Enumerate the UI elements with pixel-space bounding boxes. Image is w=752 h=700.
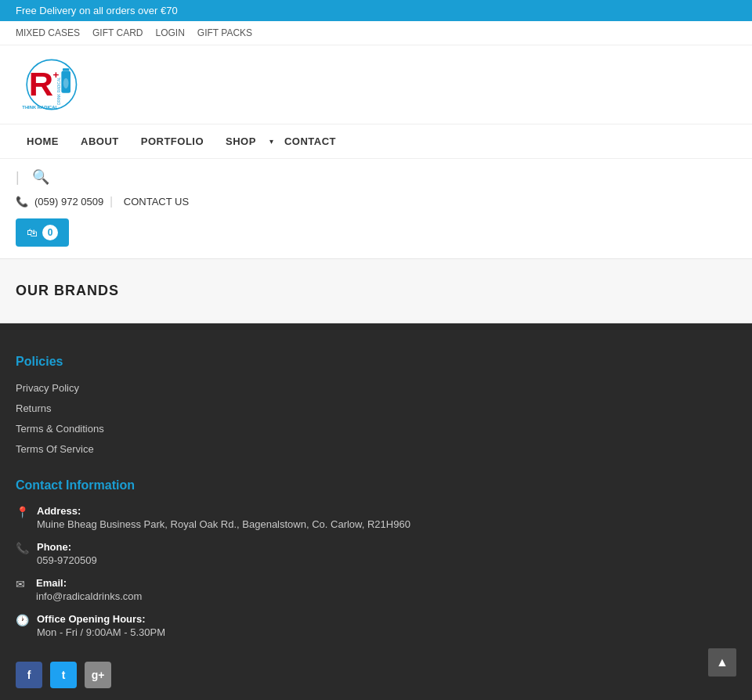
search-icon: 🔍 [32, 169, 49, 185]
policies-list: Privacy Policy Returns Terms & Condition… [16, 381, 736, 455]
utility-login[interactable]: LOGIN [155, 27, 184, 38]
svg-text:THINK RADICAL: THINK RADICAL [22, 105, 58, 110]
contact-address-block: Address: Muine Bheag Business Park, Roya… [37, 505, 410, 530]
contact-phone-block: Phone: 059-9720509 [37, 541, 97, 566]
policy-returns[interactable]: Returns [16, 402, 52, 414]
contact-hours-item: 🕐 Office Opening Hours: Mon - Fri / 9:00… [16, 613, 736, 638]
top-bar: Free Delivery on all orders over €70 [0, 0, 752, 21]
main-nav: HOME ABOUT PORTFOLIO SHOP ▾ CONTACT [0, 124, 752, 158]
footer-contact: Contact Information 📍 Address: Muine Bhe… [16, 478, 736, 638]
cart-icon: 🛍 [27, 226, 38, 239]
header: R + THINK RADICAL DRINK RADICAL [0, 45, 752, 124]
nav-portfolio[interactable]: PORTFOLIO [130, 124, 215, 158]
contact-address-item: 📍 Address: Muine Bheag Business Park, Ro… [16, 505, 736, 530]
contact-info-heading: Contact Information [16, 478, 736, 493]
contact-us-link[interactable]: CONTACT US [124, 196, 189, 207]
svg-point-5 [63, 78, 69, 88]
utility-gift-packs[interactable]: GIFT PACKS [197, 27, 252, 38]
phone-value: 059-9720509 [37, 554, 97, 566]
phone-icon: 📞 [16, 196, 28, 207]
email-icon: ✉ [16, 578, 28, 590]
footer-policies: Policies Privacy Policy Returns Terms & … [16, 355, 736, 455]
hours-value: Mon - Fri / 9:00AM - 5.30PM [37, 626, 165, 638]
cart-button[interactable]: 🛍 0 [16, 218, 69, 247]
email-value: info@radicaldrinks.com [36, 590, 142, 602]
search-button[interactable]: 🔍 [27, 167, 54, 187]
nav-contact[interactable]: CONTACT [273, 124, 347, 158]
hours-label: Office Opening Hours: [37, 613, 165, 625]
googleplus-button[interactable]: g+ [85, 662, 111, 688]
contact-bar: 📞 (059) 972 0509 | CONTACT US [0, 195, 752, 212]
logo[interactable]: R + THINK RADICAL DRINK RADICAL [16, 53, 94, 116]
utility-gift-card[interactable]: GIFT CARD [92, 27, 143, 38]
our-brands-title: OUR BRANDS [16, 283, 736, 299]
address-label: Address: [37, 505, 410, 517]
nav-shop-container: SHOP ▾ [215, 124, 273, 158]
list-item: Returns [16, 402, 736, 414]
svg-rect-3 [63, 68, 69, 70]
nav-about[interactable]: ABOUT [70, 124, 130, 158]
footer: Policies Privacy Policy Returns Terms & … [0, 323, 752, 700]
cart-count: 0 [42, 225, 58, 240]
nav-home[interactable]: HOME [16, 124, 70, 158]
secondary-bar: | 🔍 [0, 158, 752, 195]
policy-terms-conditions[interactable]: Terms & Conditions [16, 423, 104, 435]
utility-nav: MIXED CASES GIFT CARD LOGIN GIFT PACKS [0, 21, 752, 45]
logo-svg: R + THINK RADICAL DRINK RADICAL [16, 53, 94, 116]
scroll-top-button[interactable]: ▲ [708, 648, 736, 677]
phone-label: Phone: [37, 541, 97, 553]
clock-icon: 🕐 [16, 614, 29, 626]
chevron-up-icon: ▲ [716, 655, 728, 669]
our-brands-section: OUR BRANDS [0, 258, 752, 323]
contact-phone-item: 📞 Phone: 059-9720509 [16, 541, 736, 566]
svg-text:DRINK RADICAL: DRINK RADICAL [57, 77, 61, 105]
social-icons: f t g+ [16, 662, 736, 688]
contact-email-item: ✉ Email: info@radicaldrinks.com [16, 577, 736, 602]
phone-link[interactable]: (059) 972 0509 [34, 196, 103, 207]
top-bar-text: Free Delivery on all orders over €70 [16, 5, 178, 16]
bar-separator: | [110, 195, 113, 207]
phone-icon-footer: 📞 [16, 542, 29, 554]
list-item: Terms & Conditions [16, 422, 736, 435]
list-item: Privacy Policy [16, 381, 736, 394]
location-icon: 📍 [16, 506, 29, 518]
policy-privacy[interactable]: Privacy Policy [16, 382, 79, 394]
cart-section: 🛍 0 [0, 212, 752, 258]
policies-heading: Policies [16, 355, 736, 369]
twitter-button[interactable]: t [50, 662, 77, 688]
contact-email-block: Email: info@radicaldrinks.com [36, 577, 142, 602]
pipe-separator: | [16, 169, 20, 186]
facebook-button[interactable]: f [16, 662, 42, 688]
utility-mixed-cases[interactable]: MIXED CASES [16, 27, 80, 38]
email-label: Email: [36, 577, 142, 589]
policy-terms-service[interactable]: Terms Of Service [16, 443, 94, 455]
svg-text:R: R [29, 65, 53, 103]
list-item: Terms Of Service [16, 442, 736, 455]
address-value: Muine Bheag Business Park, Royal Oak Rd.… [37, 518, 410, 530]
contact-hours-block: Office Opening Hours: Mon - Fri / 9:00AM… [37, 613, 165, 638]
nav-shop[interactable]: SHOP [215, 124, 267, 158]
